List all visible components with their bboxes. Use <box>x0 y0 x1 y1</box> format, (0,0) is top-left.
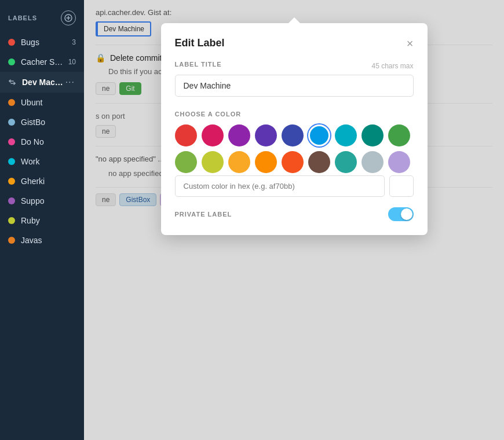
label-more-button[interactable]: ··· <box>64 77 76 87</box>
sidebar-item-ubuntu[interactable]: Ubunt <box>0 93 84 112</box>
private-label-toggle[interactable] <box>388 207 414 221</box>
color-swatch-teal[interactable] <box>361 124 384 146</box>
color-swatch-brown[interactable] <box>308 151 330 173</box>
label-name: Javas <box>21 236 76 245</box>
label-color-dot <box>8 178 15 185</box>
label-title-input[interactable] <box>175 75 414 97</box>
color-swatch-blue-grey[interactable] <box>361 151 384 173</box>
label-title-header: LABEL TITLE 45 chars max <box>175 61 414 71</box>
sidebar-item-support[interactable]: Suppo <box>0 191 84 211</box>
label-name: Ruby <box>21 216 76 225</box>
modal-header: Edit Label × <box>175 37 414 49</box>
transfer-icon <box>8 78 16 86</box>
sidebar-item-bugs[interactable]: Bugs 3 <box>0 32 84 52</box>
private-label-row: PRIVATE LABEL <box>175 207 414 221</box>
color-swatch-light-blue[interactable] <box>308 124 330 146</box>
color-swatch-light-green[interactable] <box>175 151 197 173</box>
custom-color-apply-button[interactable] <box>389 175 414 197</box>
label-name: Suppo <box>21 196 76 206</box>
sidebar: LABELS Bugs 3 Cacher Support 10 <box>0 0 84 440</box>
color-swatch-green[interactable] <box>388 124 410 146</box>
label-color-dot <box>8 197 15 204</box>
label-name: Gherki <box>21 177 76 186</box>
modal-arrow <box>288 17 300 23</box>
modal-title: Edit Label <box>175 37 225 49</box>
sidebar-item-cacher-support[interactable]: Cacher Support 10 <box>0 52 84 72</box>
color-swatch-orange[interactable] <box>282 151 304 173</box>
label-name: Work <box>21 157 76 166</box>
color-swatch-red[interactable] <box>175 124 197 146</box>
color-swatch-purple[interactable] <box>228 124 250 146</box>
choose-color-label: CHOOSE A COLOR <box>175 111 242 118</box>
label-color-dot <box>8 237 15 244</box>
sidebar-item-work[interactable]: Work <box>0 152 84 171</box>
label-name: Dev Machine <box>22 78 64 87</box>
label-color-dot <box>8 217 15 224</box>
sidebar-title: LABELS <box>8 14 37 21</box>
label-title-label: LABEL TITLE <box>175 61 222 68</box>
label-title-hint: 45 chars max <box>371 62 413 70</box>
color-swatch-amber[interactable] <box>255 151 277 173</box>
custom-color-row <box>175 175 414 197</box>
sidebar-item-gherkin[interactable]: Gherki <box>0 171 84 191</box>
color-swatch-pink[interactable] <box>202 124 224 146</box>
label-name: Cacher Support <box>21 57 66 67</box>
sidebar-item-ruby[interactable]: Ruby <box>0 211 84 230</box>
custom-color-input[interactable] <box>175 175 385 197</box>
color-swatch-lavender[interactable] <box>388 151 410 173</box>
color-swatch-teal2[interactable] <box>335 151 357 173</box>
label-name: Do No <box>21 137 76 146</box>
sidebar-header: LABELS <box>0 0 84 32</box>
color-swatch-yellow[interactable] <box>228 151 250 173</box>
color-row-1 <box>175 124 414 146</box>
label-name: GistBo <box>21 118 76 127</box>
private-label-text: PRIVATE LABEL <box>175 211 232 218</box>
color-grid <box>175 124 414 173</box>
add-label-button[interactable] <box>61 10 76 25</box>
sidebar-item-do-not[interactable]: Do No <box>0 132 84 152</box>
color-swatch-indigo[interactable] <box>282 124 304 146</box>
label-color-dot <box>8 58 15 65</box>
modal-close-button[interactable]: × <box>407 38 414 49</box>
color-section: CHOOSE A COLOR <box>175 108 414 197</box>
color-row-2 <box>175 151 414 173</box>
label-count: 3 <box>72 38 76 46</box>
sidebar-item-gistbox[interactable]: GistBo <box>0 112 84 132</box>
modal-overlay[interactable]: Edit Label × LABEL TITLE 45 chars max CH… <box>84 0 504 440</box>
label-color-dot <box>8 99 15 106</box>
edit-label-modal: Edit Label × LABEL TITLE 45 chars max CH… <box>161 23 428 235</box>
label-name: Bugs <box>21 38 70 47</box>
label-color-dot <box>8 158 15 165</box>
toggle-knob <box>401 208 412 220</box>
label-color-dot <box>8 138 15 145</box>
color-swatch-deep-purple[interactable] <box>255 124 277 146</box>
label-color-dot <box>8 119 15 126</box>
label-color-dot <box>8 39 15 46</box>
color-swatch-lime[interactable] <box>202 151 224 173</box>
sidebar-item-javascript[interactable]: Javas <box>0 230 84 250</box>
label-name: Ubunt <box>21 98 76 107</box>
label-count: 10 <box>68 58 76 66</box>
main-content: api.cacher.dev. Gist at: Dev Machine 🔒 D… <box>84 0 504 440</box>
color-swatch-cyan[interactable] <box>335 124 357 146</box>
sidebar-item-dev-machine[interactable]: Dev Machine ··· <box>0 72 84 93</box>
